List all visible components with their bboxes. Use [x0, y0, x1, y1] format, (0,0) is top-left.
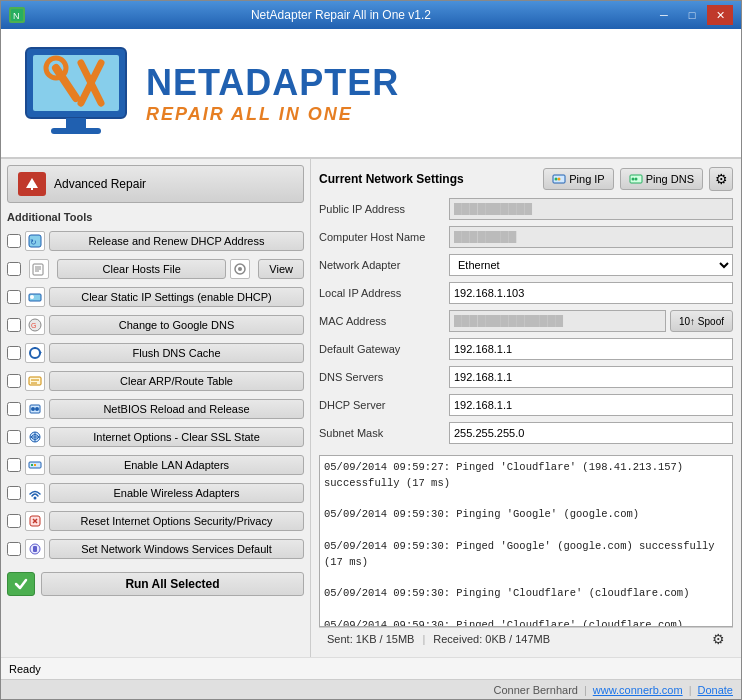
tool-row-netbios: NetBIOS Reload and Release [7, 395, 304, 423]
footer-website[interactable]: www.connerb.com [593, 684, 683, 696]
icon-dhcp: ↻ [25, 231, 45, 251]
ready-text: Ready [9, 663, 41, 675]
svg-point-21 [30, 295, 34, 299]
settings-gear-button[interactable]: ⚙ [709, 167, 733, 191]
tool-row-static-ip: Clear Static IP Settings (enable DHCP) [7, 283, 304, 311]
checkbox-hosts[interactable] [7, 262, 21, 276]
maximize-button[interactable]: □ [679, 5, 705, 25]
icon-static-ip [25, 287, 45, 307]
log-entry: 05/09/2014 09:59:30: Pinging 'Cloudflare… [324, 586, 728, 602]
svg-marker-24 [39, 350, 42, 353]
mac-input[interactable] [449, 310, 666, 332]
main-window: N NetAdapter Repair All in One v1.2 ─ □ … [0, 0, 742, 700]
window-title: NetAdapter Repair All in One v1.2 [31, 8, 651, 22]
checkbox-wireless[interactable] [7, 486, 21, 500]
icon-hosts [29, 259, 49, 279]
btn-clear-hosts[interactable]: Clear Hosts File [57, 259, 226, 279]
checkbox-static-ip[interactable] [7, 290, 21, 304]
field-row-dns: DNS Servers [319, 365, 733, 389]
adapter-select[interactable]: Ethernet [449, 254, 733, 276]
additional-tools-label: Additional Tools [7, 211, 304, 223]
advanced-repair-icon [18, 172, 46, 196]
svg-point-30 [35, 407, 39, 411]
tool-row-wireless: Enable Wireless Adapters [7, 479, 304, 507]
checkbox-lan[interactable] [7, 458, 21, 472]
brand-logo-icon [21, 43, 131, 143]
ping-ip-button[interactable]: Ping IP [543, 168, 613, 190]
svg-point-29 [31, 407, 35, 411]
field-row-subnet: Subnet Mask [319, 421, 733, 445]
btn-release-renew-dhcp[interactable]: Release and Renew DHCP Address [49, 231, 304, 251]
log-entry: 05/09/2014 09:59:30: Pinged 'Cloudflare'… [324, 618, 728, 628]
close-button[interactable]: ✕ [707, 5, 733, 25]
tool-row-flush-dns: Flush DNS Cache [7, 339, 304, 367]
checkbox-arp[interactable] [7, 374, 21, 388]
btn-network-services[interactable]: Set Network Windows Services Default [49, 539, 304, 559]
svg-rect-35 [31, 464, 33, 466]
tool-row-arp: Clear ARP/Route Table [7, 367, 304, 395]
svg-point-45 [558, 178, 561, 181]
btn-netbios[interactable]: NetBIOS Reload and Release [49, 399, 304, 419]
right-panel: Current Network Settings Ping IP [311, 159, 741, 657]
btn-clear-static-ip[interactable]: Clear Static IP Settings (enable DHCP) [49, 287, 304, 307]
adapter-label: Network Adapter [319, 259, 449, 271]
tool-row-network-services: Set Network Windows Services Default [7, 535, 304, 563]
sent-status: Sent: 1KB / 15MB [327, 633, 414, 645]
icon-wireless [25, 483, 45, 503]
btn-view[interactable]: View [258, 259, 304, 279]
hostname-label: Computer Host Name [319, 231, 449, 243]
btn-enable-lan[interactable]: Enable LAN Adapters [49, 455, 304, 475]
svg-rect-25 [29, 377, 41, 385]
settings-icon-small[interactable]: ⚙ [712, 631, 725, 647]
hostname-input[interactable] [449, 226, 733, 248]
checkbox-reset-internet[interactable] [7, 514, 21, 528]
run-all-button[interactable]: Run All Selected [41, 572, 304, 596]
svg-text:↻: ↻ [30, 238, 37, 247]
btn-flush-dns[interactable]: Flush DNS Cache [49, 343, 304, 363]
btn-internet-options[interactable]: Internet Options - Clear SSL State [49, 427, 304, 447]
checkbox-google-dns[interactable] [7, 318, 21, 332]
icon-netbios [25, 399, 45, 419]
ping-dns-button[interactable]: Ping DNS [620, 168, 703, 190]
footer-donate[interactable]: Donate [698, 684, 733, 696]
received-status: Received: 0KB / 147MB [433, 633, 550, 645]
field-row-local-ip: Local IP Address [319, 281, 733, 305]
dhcp-server-input[interactable] [449, 394, 733, 416]
title-bar: N NetAdapter Repair All in One v1.2 ─ □ … [1, 1, 741, 29]
dns-label: DNS Servers [319, 371, 449, 383]
field-row-public-ip: Public IP Address [319, 197, 733, 221]
checkbox-network-services[interactable] [7, 542, 21, 556]
btn-reset-internet[interactable]: Reset Internet Options Security/Privacy [49, 511, 304, 531]
icon-arp [25, 371, 45, 391]
ready-bar: Ready [1, 657, 741, 679]
footer-author: Conner Bernhard [494, 684, 578, 696]
window-controls: ─ □ ✕ [651, 5, 733, 25]
spoof-button[interactable]: 10↑ Spoof [670, 310, 733, 332]
svg-point-19 [238, 267, 242, 271]
field-row-dhcp-server: DHCP Server [319, 393, 733, 417]
icon-view [230, 259, 250, 279]
checkbox-internet-options[interactable] [7, 430, 21, 444]
log-entry: 05/09/2014 09:59:30: Pinging 'Google' (g… [324, 507, 728, 523]
tool-row-google-dns: G Change to Google DNS [7, 311, 304, 339]
subnet-input[interactable] [449, 422, 733, 444]
checkbox-flush-dns[interactable] [7, 346, 21, 360]
advanced-repair-button[interactable]: Advanced Repair [7, 165, 304, 203]
checkbox-dhcp[interactable] [7, 234, 21, 248]
field-row-adapter: Network Adapter Ethernet [319, 253, 733, 277]
svg-point-47 [631, 178, 634, 181]
log-area[interactable]: 05/09/2014 09:59:27: Pinged 'Cloudflare'… [319, 455, 733, 627]
btn-google-dns[interactable]: Change to Google DNS [49, 315, 304, 335]
brand-sub-text: REPAIR ALL IN ONE [146, 104, 399, 125]
dns-input[interactable] [449, 366, 733, 388]
gateway-input[interactable] [449, 338, 733, 360]
btn-enable-wireless[interactable]: Enable Wireless Adapters [49, 483, 304, 503]
btn-clear-arp[interactable]: Clear ARP/Route Table [49, 371, 304, 391]
public-ip-input[interactable] [449, 198, 733, 220]
status-bar: Sent: 1KB / 15MB | Received: 0KB / 147MB… [319, 627, 733, 649]
brand-main-text: NETADAPTER [146, 62, 399, 104]
icon-reset-internet [25, 511, 45, 531]
minimize-button[interactable]: ─ [651, 5, 677, 25]
local-ip-input[interactable] [449, 282, 733, 304]
checkbox-netbios[interactable] [7, 402, 21, 416]
